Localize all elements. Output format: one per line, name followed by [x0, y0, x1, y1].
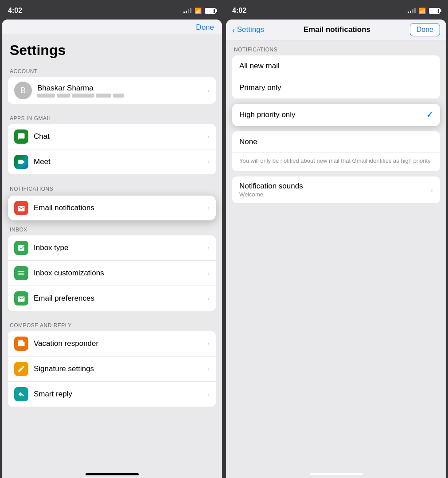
back-button[interactable]: ‹ Settings [232, 25, 264, 35]
account-name: Bhaskar Sharma [37, 84, 205, 93]
account-info: Bhaskar Sharma [37, 84, 205, 98]
inbox-section-label: INBOX [2, 221, 222, 235]
apps-section-label: APPS IN GMAIL [2, 110, 222, 124]
meet-icon-box [14, 155, 28, 169]
right-content: ‹ Settings Email notifications Done NOTI… [226, 20, 446, 478]
account-email-blur [37, 94, 205, 98]
notifications-section-label: NOTIFICATIONS [2, 180, 222, 195]
smart-reply-label: Smart reply [34, 390, 205, 399]
left-content: Done Settings ACCOUNT B Bhaskar Sharma [2, 20, 222, 478]
meet-row[interactable]: Meet › [8, 149, 216, 174]
left-home-indicator [86, 473, 139, 475]
checkmark-icon: ✓ [426, 110, 433, 120]
description-row: You will only be notified about new mail… [232, 153, 440, 171]
apps-group: Chat › Meet › [8, 124, 216, 174]
account-chevron: › [207, 87, 210, 94]
sounds-chevron: › [431, 186, 433, 193]
sounds-group: Notification sounds Welcome › [232, 176, 440, 203]
sounds-row[interactable]: Notification sounds Welcome › [232, 176, 440, 203]
battery-icon [205, 8, 216, 14]
vacation-label: Vacation responder [34, 339, 205, 348]
signal-icon [183, 8, 191, 13]
left-panel: 4:02 📶 Done Settings ACCOUNT B [0, 0, 224, 478]
left-body: Settings ACCOUNT B Bhaskar Sharma [2, 35, 222, 476]
wifi-icon: 📶 [195, 8, 202, 14]
inbox-group: Inbox type › Inbox customizations › Emai… [8, 235, 216, 311]
left-nav-bar: Done [2, 20, 222, 35]
notifications-label: NOTIFICATIONS [226, 40, 446, 55]
meet-label: Meet [34, 157, 205, 166]
settings-title: Settings [2, 35, 222, 63]
email-notifications-chevron: › [207, 204, 210, 212]
right-body: NOTIFICATIONS All new mail Primary only … [226, 40, 446, 474]
email-preferences-chevron: › [207, 295, 210, 302]
top-options-group: All new mail Primary only [232, 55, 440, 98]
email-notifications-row[interactable]: Email notifications › [8, 196, 216, 220]
compose-section-label: COMPOSE AND REPLY [2, 317, 222, 331]
account-group: B Bhaskar Sharma › [8, 77, 216, 104]
high-priority-label: High priority only [239, 110, 426, 119]
right-status-icons: 📶 [408, 8, 440, 14]
avatar: B [14, 82, 32, 99]
right-wifi-icon: 📶 [419, 8, 426, 14]
none-row[interactable]: None [232, 131, 440, 153]
email-preferences-row[interactable]: Email preferences › [8, 286, 216, 311]
smart-reply-row[interactable]: Smart reply › [8, 382, 216, 407]
chat-icon-box [14, 129, 28, 144]
description-text: You will only be notified about new mail… [239, 157, 431, 164]
back-icon: ‹ [232, 25, 235, 35]
sounds-title: Notification sounds [239, 182, 428, 191]
meet-chevron: › [207, 158, 210, 165]
signature-row[interactable]: Signature settings › [8, 357, 216, 382]
signature-label: Signature settings [34, 364, 205, 373]
account-section-label: ACCOUNT [2, 63, 222, 77]
left-time: 4:02 [8, 7, 22, 15]
inbox-type-icon [14, 241, 28, 255]
chat-row[interactable]: Chat › [8, 124, 216, 149]
inbox-type-chevron: › [207, 244, 210, 251]
compose-group: Vacation responder › Signature settings … [8, 331, 216, 407]
primary-only-label: Primary only [239, 83, 433, 92]
email-notifications-label: Email notifications [34, 204, 205, 212]
left-status-icons: 📶 [183, 8, 216, 14]
sounds-label-block: Notification sounds Welcome [239, 182, 428, 198]
none-label: None [239, 137, 433, 146]
right-done-label: Done [417, 26, 433, 33]
right-signal-icon [408, 8, 416, 13]
account-row[interactable]: B Bhaskar Sharma › [8, 77, 216, 104]
right-home-indicator [310, 473, 363, 475]
sounds-subtitle: Welcome [239, 191, 428, 198]
inbox-customizations-label: Inbox customizations [34, 269, 205, 278]
right-panel: 4:02 📶 ‹ Settings Email notifications Do… [224, 0, 448, 478]
inbox-customizations-icon [14, 266, 28, 280]
inbox-type-row[interactable]: Inbox type › [8, 235, 216, 261]
email-preferences-label: Email preferences [34, 294, 205, 303]
vacation-chevron: › [207, 340, 210, 347]
high-priority-row[interactable]: High priority only ✓ [232, 104, 440, 126]
chat-label: Chat [34, 132, 205, 141]
right-time: 4:02 [232, 7, 246, 15]
vacation-icon [14, 337, 28, 351]
right-nav-bar: ‹ Settings Email notifications Done [226, 20, 446, 40]
all-new-mail-label: All new mail [239, 62, 433, 71]
back-label: Settings [237, 25, 264, 34]
inbox-type-label: Inbox type [34, 243, 205, 252]
vacation-responder-row[interactable]: Vacation responder › [8, 331, 216, 357]
right-status-bar: 4:02 📶 [224, 0, 448, 20]
right-battery-icon [429, 8, 440, 14]
chat-chevron: › [207, 133, 210, 140]
signature-chevron: › [207, 365, 210, 372]
email-preferences-icon [14, 291, 28, 306]
right-nav-title: Email notifications [269, 25, 405, 34]
all-new-mail-row[interactable]: All new mail [232, 55, 440, 77]
smart-reply-chevron: › [207, 391, 210, 398]
email-notifications-wrapper: Email notifications › [8, 196, 216, 220]
inbox-customizations-chevron: › [207, 270, 210, 277]
right-done-button[interactable]: Done [410, 23, 440, 36]
high-priority-wrapper: High priority only ✓ [232, 104, 440, 126]
left-done-button[interactable]: Done [196, 23, 214, 32]
inbox-customizations-row[interactable]: Inbox customizations › [8, 261, 216, 286]
email-notifications-icon [14, 201, 28, 215]
left-status-bar: 4:02 📶 [0, 0, 224, 20]
primary-only-row[interactable]: Primary only [232, 77, 440, 98]
